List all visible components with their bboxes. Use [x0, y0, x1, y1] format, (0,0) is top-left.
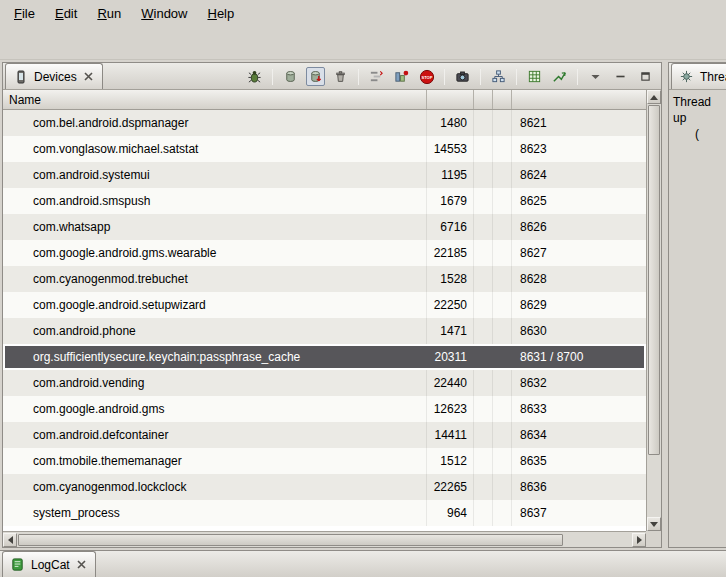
process-port: 8621	[512, 110, 646, 136]
empty-cell	[493, 188, 512, 214]
update-threads-icon[interactable]	[367, 67, 386, 86]
minimize-icon[interactable]	[611, 67, 630, 86]
scroll-left-button[interactable]	[3, 533, 17, 547]
threads-message: Thread up (	[669, 90, 726, 146]
scrollbar-corner	[646, 531, 661, 547]
column-header-name[interactable]: Name	[3, 90, 427, 109]
stop-process-icon[interactable]: STOP	[417, 67, 436, 86]
ddms-window: File Edit Run Window Help Devices	[0, 0, 726, 577]
process-pid: 1679	[427, 188, 474, 214]
process-name: com.google.android.setupwizard	[3, 292, 427, 318]
process-port: 8636	[512, 474, 646, 500]
empty-cell	[493, 318, 512, 344]
process-pid: 1195	[427, 162, 474, 188]
table-row[interactable]: system_process 964 8637	[3, 500, 646, 526]
table-row[interactable]: com.cyanogenmod.trebuchet 1528 8628	[3, 266, 646, 292]
menu-window[interactable]: Window	[131, 2, 197, 25]
empty-cell	[493, 292, 512, 318]
empty-cell	[474, 188, 493, 214]
table-row[interactable]: com.android.defcontainer 14411 8634	[3, 422, 646, 448]
trace-icon[interactable]	[550, 67, 569, 86]
menu-help[interactable]: Help	[197, 2, 244, 25]
close-icon[interactable]	[82, 70, 95, 83]
tab-devices[interactable]: Devices	[5, 63, 103, 89]
scroll-right-button[interactable]	[632, 533, 646, 547]
table-row[interactable]: org.sufficientlysecure.keychain:passphra…	[3, 344, 646, 370]
empty-cell	[493, 370, 512, 396]
column-header-empty[interactable]	[493, 90, 512, 109]
process-name: com.whatsapp	[3, 214, 427, 240]
process-name: com.android.phone	[3, 318, 427, 344]
close-icon[interactable]	[75, 558, 88, 571]
table-row[interactable]: com.android.phone 1471 8630	[3, 318, 646, 344]
process-name: com.android.smspush	[3, 188, 427, 214]
table-row[interactable]: com.bel.android.dspmanager 1480 8621	[3, 110, 646, 136]
table-row[interactable]: com.vonglasow.michael.satstat 14553 8623	[3, 136, 646, 162]
scroll-up-button[interactable]	[647, 90, 661, 104]
empty-cell	[474, 370, 493, 396]
empty-cell	[474, 344, 493, 370]
tab-logcat-label: LogCat	[31, 558, 70, 572]
table-row[interactable]: com.tmobile.thememanager 1512 8635	[3, 448, 646, 474]
maximize-icon[interactable]	[636, 67, 655, 86]
process-pid: 6716	[427, 214, 474, 240]
screen-capture-icon[interactable]	[453, 67, 472, 86]
table-row[interactable]: com.whatsapp 6716 8626	[3, 214, 646, 240]
table-row[interactable]: com.google.android.setupwizard 22250 862…	[3, 292, 646, 318]
menu-edit[interactable]: Edit	[45, 2, 87, 25]
toolbar-separator	[358, 69, 359, 85]
process-port: 8631 / 8700	[512, 344, 646, 370]
devices-tabbar: Devices	[3, 63, 661, 90]
vertical-scroll-thumb[interactable]	[648, 105, 660, 455]
hierarchy-view-icon[interactable]	[489, 67, 508, 86]
devices-panel: Devices	[2, 62, 662, 548]
process-pid: 22250	[427, 292, 474, 318]
grid-icon[interactable]	[525, 67, 544, 86]
process-port: 8633	[512, 396, 646, 422]
empty-cell	[474, 500, 493, 526]
process-pid: 1528	[427, 266, 474, 292]
table-row[interactable]: com.android.vending 22440 8632	[3, 370, 646, 396]
tab-threads[interactable]: Threads	[671, 63, 726, 89]
table-row[interactable]: com.google.android.gms.wearable 22185 86…	[3, 240, 646, 266]
tab-logcat[interactable]: LogCat	[2, 551, 96, 577]
empty-cell	[474, 448, 493, 474]
cause-gc-icon[interactable]	[331, 67, 350, 86]
menu-file[interactable]: File	[4, 2, 45, 25]
menubar: File Edit Run Window Help	[0, 0, 726, 26]
process-pid: 1471	[427, 318, 474, 344]
vertical-scrollbar[interactable]	[646, 90, 661, 531]
column-header-empty[interactable]	[474, 90, 493, 109]
process-pid: 14411	[427, 422, 474, 448]
toolbar-separator	[577, 69, 578, 85]
table-row[interactable]: com.google.android.gms 12623 8633	[3, 396, 646, 422]
dump-hprof-icon[interactable]	[306, 67, 325, 86]
process-name: org.sufficientlysecure.keychain:passphra…	[3, 344, 427, 370]
process-port: 8628	[512, 266, 646, 292]
debug-icon[interactable]	[245, 67, 264, 86]
empty-cell	[474, 162, 493, 188]
view-menu-icon[interactable]	[586, 67, 605, 86]
scroll-down-button[interactable]	[647, 517, 661, 531]
toolbar-separator	[480, 69, 481, 85]
empty-cell	[493, 500, 512, 526]
table-row[interactable]: com.android.systemui 1195 8624	[3, 162, 646, 188]
device-table: Name com.bel.android.dspmanager 1480 862…	[3, 90, 661, 547]
process-port: 8624	[512, 162, 646, 188]
threads-tabbar: Threads	[669, 63, 726, 90]
process-name: com.cyanogenmod.lockclock	[3, 474, 427, 500]
process-port: 8630	[512, 318, 646, 344]
column-header-pid[interactable]	[427, 90, 474, 109]
process-name: com.tmobile.thememanager	[3, 448, 427, 474]
horizontal-scrollbar[interactable]	[3, 531, 646, 547]
table-row[interactable]: com.android.smspush 1679 8625	[3, 188, 646, 214]
start-method-profiling-icon[interactable]	[392, 67, 411, 86]
process-name: com.android.systemui	[3, 162, 427, 188]
process-pid: 964	[427, 500, 474, 526]
update-heap-icon[interactable]	[281, 67, 300, 86]
horizontal-scroll-thumb[interactable]	[18, 534, 563, 546]
process-port: 8634	[512, 422, 646, 448]
menu-run[interactable]: Run	[87, 2, 131, 25]
table-row[interactable]: com.cyanogenmod.lockclock 22265 8636	[3, 474, 646, 500]
column-header-port[interactable]	[512, 90, 646, 109]
